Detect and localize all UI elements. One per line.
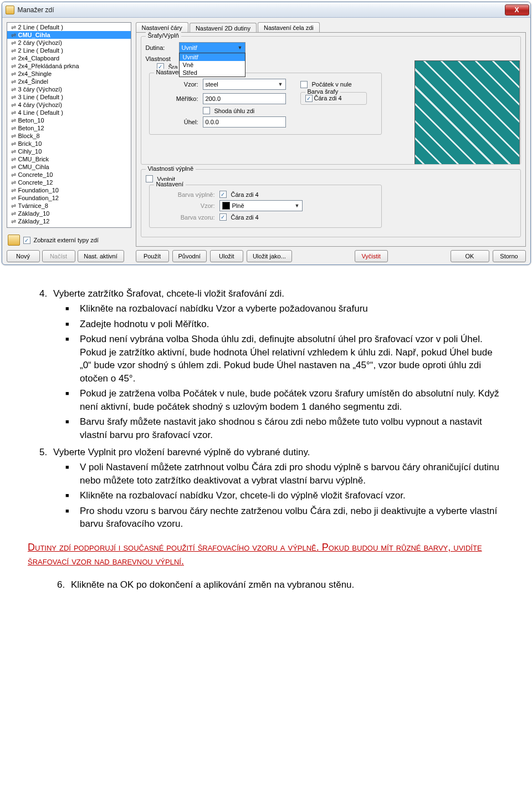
step-4: Vyberte zatržítko Šrafovat, chcete-li vl…: [50, 287, 504, 441]
wall-type-name: Beton_12: [18, 124, 44, 132]
apply-button[interactable]: Použít: [136, 250, 169, 262]
match-wall-angle-checkbox[interactable]: [203, 107, 210, 114]
wall-type-item[interactable]: ⇌2x4_Clapboard: [7, 54, 131, 62]
titlebar[interactable]: Manažer zdí X: [2, 2, 530, 18]
highlighted-note: Dutiny zdí podporují i současné použití …: [28, 541, 504, 568]
wall-type-name: 2x4_Šindel: [18, 78, 48, 85]
wall-type-name: Foundation_12: [18, 194, 59, 202]
bullet: Zadejte hodnotu v poli Měřítko.: [78, 318, 504, 330]
wall-type-item[interactable]: ⇌Foundation_10: [7, 186, 131, 194]
wall-glyph-icon: ⇌: [9, 140, 18, 147]
wall-type-name: Block_8: [18, 132, 40, 140]
cavity-combo[interactable]: Uvnitř▼: [179, 42, 245, 53]
wall-type-item[interactable]: ⇌2x4_Šindel: [7, 78, 131, 85]
scale-input[interactable]: 200.0: [203, 93, 286, 104]
wall-type-item[interactable]: ⇌2x4_Shingle: [7, 70, 131, 78]
wall-type-item[interactable]: ⇌4 čáry (Výchozí): [7, 101, 131, 109]
pattern-combo[interactable]: steel▼: [203, 79, 286, 90]
wall-type-item[interactable]: ⇌Základy_12: [7, 217, 131, 225]
origin-zero-checkbox[interactable]: [300, 81, 308, 88]
wall-type-item[interactable]: ⇌CMU_Brick: [7, 155, 131, 163]
wall-type-item[interactable]: ⇌CMU_Cihla: [7, 163, 131, 171]
save-button[interactable]: Uložit: [210, 250, 243, 262]
wall-type-item[interactable]: ⇌Cihly_10: [7, 147, 131, 155]
tab-endcap-settings[interactable]: Nastavení čela zdi: [258, 22, 320, 32]
wall-glyph-icon: ⇌: [9, 39, 18, 47]
set-active-button[interactable]: Nast. aktivní: [78, 250, 124, 262]
fill-color-wallline-label: Čára zdi 4: [231, 191, 259, 198]
wall-type-item[interactable]: ⇌Foundation_12: [7, 194, 131, 202]
wall-type-name: Concrete_12: [18, 179, 53, 186]
pattern-label: Vzor:: [154, 81, 198, 88]
revert-button[interactable]: Původní: [172, 250, 207, 262]
show-external-checkbox[interactable]: ✓: [23, 237, 30, 244]
cavity-option[interactable]: Střed: [180, 69, 245, 77]
fill-pattern-label: Vzor:: [154, 202, 215, 209]
wall-type-item[interactable]: ⇌2 Line ( Default ): [7, 47, 131, 54]
tab-bar: Nastavení čáry Nastavení 2D dutiny Nasta…: [136, 22, 526, 32]
wall-type-name: 4 čáry (Výchozí): [18, 101, 62, 109]
wall-type-item[interactable]: ⇌2 Line ( Default ): [7, 23, 131, 31]
wall-glyph-icon: ⇌: [9, 78, 18, 85]
wall-type-item[interactable]: ⇌Concrete_12: [7, 179, 131, 186]
wall-type-item[interactable]: ⇌Základy_10: [7, 210, 131, 217]
wall-glyph-icon: ⇌: [9, 93, 18, 101]
wall-type-item[interactable]: ⇌Beton_12: [7, 124, 131, 132]
bullet: Klikněte na rozbalovací nabídku Vzor, ch…: [78, 489, 504, 502]
wall-glyph-icon: ⇌: [9, 147, 18, 155]
save-as-button[interactable]: Uložit jako...: [247, 250, 292, 262]
wall-type-item[interactable]: ⇌Brick_10: [7, 140, 131, 147]
wall-type-list[interactable]: ⇌2 Line ( Default )⇌CMU_Cihla⇌2 čáry (Vý…: [7, 22, 131, 228]
wall-type-item[interactable]: ⇌Beton_10: [7, 116, 131, 124]
wall-type-item[interactable]: ⇌4 Line ( Default ): [7, 109, 131, 116]
wall-glyph-icon: ⇌: [9, 85, 18, 93]
wall-glyph-icon: ⇌: [9, 171, 18, 179]
wall-type-name: 2x4_Překládaná prkna: [18, 62, 79, 70]
scale-label: Měřítko:: [154, 95, 198, 102]
tab-cavity-settings[interactable]: Nastavení 2D dutiny: [190, 23, 257, 33]
wall-type-item[interactable]: ⇌3 Line ( Default ): [7, 93, 131, 101]
folder-icon[interactable]: [8, 235, 20, 246]
pattern-color-wallline-checkbox[interactable]: ✓: [219, 213, 227, 221]
wall-type-name: 2x4_Clapboard: [18, 54, 60, 62]
wall-glyph-icon: ⇌: [9, 132, 18, 140]
wall-type-name: 3 čáry (Výchozí): [18, 85, 62, 93]
fill-pattern-combo[interactable]: Plně▼: [219, 200, 303, 211]
wall-type-name: 4 Line ( Default ): [18, 109, 63, 116]
wall-type-name: Tvárnice_8: [18, 202, 48, 210]
wall-type-item[interactable]: ⇌Tvárnice_8: [7, 202, 131, 210]
close-button[interactable]: X: [505, 4, 529, 16]
tab-line-settings[interactable]: Nastavení čáry: [136, 22, 188, 32]
wall-type-name: 2 Line ( Default ): [18, 23, 63, 31]
cancel-button[interactable]: Storno: [493, 250, 526, 262]
bullet: Barvu šrafy můžete nastavit jako shodnou…: [78, 415, 504, 441]
new-button[interactable]: Nový: [7, 250, 40, 262]
wall-type-name: 2 čáry (Výchozí): [18, 39, 62, 47]
wall-type-item[interactable]: ⇌Concrete_10: [7, 171, 131, 179]
wall-type-item[interactable]: ⇌2x4_Překládaná prkna: [7, 62, 131, 70]
wall-glyph-icon: ⇌: [9, 54, 18, 62]
wall-glyph-icon: ⇌: [9, 109, 18, 116]
hatch-color-wallline-checkbox[interactable]: ✓: [305, 95, 313, 102]
bullet: Pro shodu vzoru s barvou čáry nechte zat…: [78, 505, 504, 531]
ok-button[interactable]: OK: [451, 250, 489, 262]
wall-glyph-icon: ⇌: [9, 217, 18, 225]
wall-glyph-icon: ⇌: [9, 70, 18, 78]
angle-input[interactable]: 0.0.0: [203, 116, 286, 128]
fill-color-wallline-checkbox[interactable]: ✓: [219, 191, 227, 198]
cavity-dropdown[interactable]: UvnitřVněStřed: [179, 53, 245, 77]
wall-type-item[interactable]: ⇌Block_8: [7, 132, 131, 140]
purge-button[interactable]: Vyčistit: [355, 250, 388, 262]
cavity-option[interactable]: Vně: [180, 61, 245, 69]
wall-type-item[interactable]: ⇌CMU_Cihla: [7, 31, 131, 39]
load-button[interactable]: Načíst: [42, 250, 75, 262]
wall-type-item[interactable]: ⇌2 čáry (Výchozí): [7, 39, 131, 47]
fill-pattern-value: Plně: [232, 202, 244, 209]
wall-type-name: Brick_10: [18, 140, 42, 147]
cavity-option[interactable]: Uvnitř: [180, 53, 245, 61]
fill-checkbox[interactable]: [146, 175, 153, 182]
wall-type-item[interactable]: ⇌3 čáry (Výchozí): [7, 85, 131, 93]
wall-type-name: 2x4_Shingle: [18, 70, 52, 78]
cavity-combo-value: Uvnitř: [182, 44, 198, 51]
wall-glyph-icon: ⇌: [9, 47, 18, 54]
